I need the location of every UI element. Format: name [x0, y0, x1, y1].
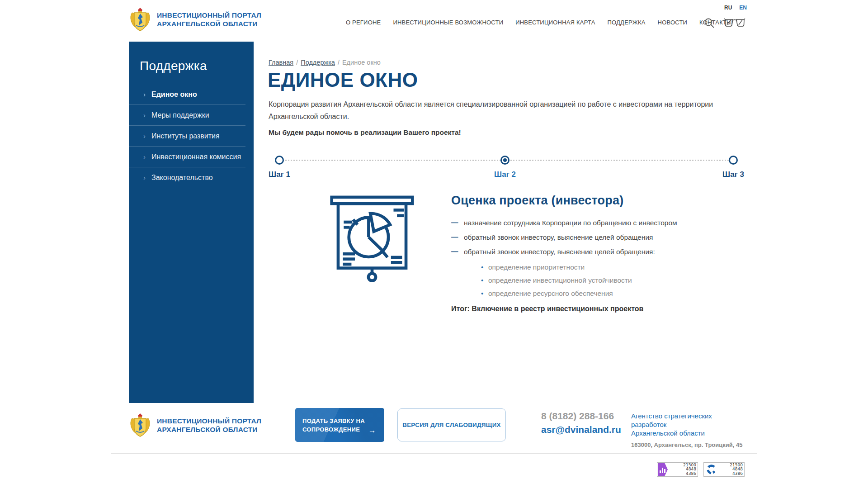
breadcrumb-section[interactable]: Поддержка — [301, 59, 335, 66]
glasses-icon[interactable] — [723, 17, 746, 28]
site-title: ИНВЕСТИЦИОННЫЙ ПОРТАЛ АРХАНГЕЛЬСКОЙ ОБЛА… — [157, 417, 261, 434]
apply-button-line2: СОПРОВОЖДЕНИЕ — [302, 425, 377, 434]
dash-marker: — — [451, 247, 458, 255]
apply-button-line1: ПОДАТЬ ЗАЯВКУ НА — [302, 417, 377, 425]
list-item: • определение ресурсного обеспечения — [481, 289, 632, 297]
footer-contacts: 8 (8182) 288-166 asr@dvinaland.ru — [541, 411, 621, 435]
page-title: ЕДИНОЕ ОКНО — [268, 69, 418, 91]
chevron-right-icon: › — [143, 126, 146, 147]
list-item-text: определение ресурсного обеспечения — [488, 289, 613, 297]
sputnik-counter[interactable]: 21500 4848 4386 — [703, 462, 745, 477]
sidebar-item-single-window[interactable]: › Единое окно — [129, 84, 245, 105]
chevron-right-icon: › — [143, 167, 146, 188]
phone-number: 8 (8182) 288-166 — [541, 411, 621, 422]
lang-ru[interactable]: RU — [724, 5, 732, 11]
coat-of-arms-icon — [129, 413, 151, 437]
dash-marker: — — [451, 218, 458, 226]
bullet-marker: • — [481, 263, 483, 271]
intro-bold-text: Мы будем рады помочь в реализации Вашего… — [269, 128, 461, 137]
lang-en[interactable]: EN — [739, 5, 747, 11]
step-3-circle[interactable] — [729, 156, 738, 165]
visitor-counters: 21500 4848 4386 21500 4848 4386 — [657, 462, 745, 477]
sidebar-item-support-measures[interactable]: › Меры поддержки — [129, 105, 245, 126]
list-item: — обратный звонок инвестору, выяснение ц… — [451, 248, 677, 256]
agency-link[interactable]: Агентство стратегических разработок Арха… — [631, 412, 749, 437]
chevron-right-icon: › — [143, 105, 146, 126]
sidebar-item-label: Меры поддержки — [151, 111, 209, 119]
accessibility-version-button[interactable]: ВЕРСИЯ ДЛЯ СЛАБОВИДЯЩИХ — [397, 408, 506, 441]
dash-list: — назначение сотрудника Корпорации по об… — [451, 219, 677, 262]
step-2-label: Шаг 2 — [494, 170, 516, 179]
nav-item-opportunities[interactable]: ИНВЕСТИЦИОННЫЕ ВОЗМОЖНОСТИ — [393, 19, 503, 26]
list-item-text: определение инвестиционной устойчивости — [488, 276, 632, 284]
sidebar-title: Поддержка — [129, 42, 254, 73]
intro-paragraph: Корпорация развития Архангельской област… — [269, 98, 755, 123]
page: ИНВЕСТИЦИОННЫЙ ПОРТАЛ АРХАНГЕЛЬСКОЙ ОБЛА… — [0, 0, 868, 479]
bullet-sublist: • определение приоритетности • определен… — [481, 263, 632, 303]
sidebar-support: Поддержка › Единое окно › Меры поддержки… — [129, 42, 254, 403]
nav-item-news[interactable]: НОВОСТИ — [658, 19, 688, 26]
site-logo-footer[interactable]: ИНВЕСТИЦИОННЫЙ ПОРТАЛ АРХАНГЕЛЬСКОЙ ОБЛА… — [129, 413, 261, 437]
site-title: ИНВЕСТИЦИОННЫЙ ПОРТАЛ АРХАНГЕЛЬСКОЙ ОБЛА… — [157, 11, 261, 28]
breadcrumb-home[interactable]: Главная — [269, 59, 293, 66]
apply-support-button[interactable]: ПОДАТЬ ЗАЯВКУ НА СОПРОВОЖДЕНИЕ → — [295, 408, 384, 442]
sidebar-item-label: Инвестиционная комиссия — [151, 153, 241, 161]
sputnik-c-icon — [706, 464, 717, 475]
arrow-right-icon: → — [368, 426, 376, 435]
language-switcher: RUEN — [724, 5, 754, 11]
nav-item-map[interactable]: ИНВЕСТИЦИОННАЯ КАРТА — [515, 19, 595, 26]
breadcrumb: Главная/Поддержка/Единое окно — [269, 59, 381, 66]
agency-address: 163000, Архангельск, пр. Троицкий, 45 — [631, 441, 749, 448]
list-item: — назначение сотрудника Корпорации по об… — [451, 219, 677, 227]
breadcrumb-separator: / — [338, 59, 340, 66]
list-item: — обратный звонок инвестору, выяснение ц… — [451, 233, 677, 241]
bullet-marker: • — [481, 276, 483, 284]
section-heading: Оценка проекта (инвестора) — [451, 194, 623, 208]
result-text: Итог: Включение в реестр инвестиционных … — [451, 305, 643, 313]
counter-values: 21500 4848 4386 — [668, 463, 698, 476]
email-link[interactable]: asr@dvinaland.ru — [541, 424, 621, 435]
chevron-right-icon: › — [143, 147, 146, 167]
sidebar-item-label: Институты развития — [151, 132, 220, 140]
list-item-text: обратный звонок инвестору, выяснение цел… — [464, 248, 655, 256]
sidebar-item-legislation[interactable]: › Законодательство — [129, 167, 245, 188]
breadcrumb-current: Единое окно — [342, 59, 381, 66]
coat-of-arms-icon — [129, 7, 151, 32]
sidebar-item-label: Единое окно — [151, 90, 197, 98]
step-2-circle-active[interactable] — [500, 156, 509, 165]
header: ИНВЕСТИЦИОННЫЙ ПОРТАЛ АРХАНГЕЛЬСКОЙ ОБЛА… — [0, 0, 868, 42]
footer-divider — [111, 453, 757, 454]
counter-values: 21500 4848 4386 — [717, 463, 744, 476]
presentation-pie-chart-icon — [329, 194, 415, 284]
step-1-label: Шаг 1 — [269, 170, 290, 179]
nav-item-support[interactable]: ПОДДЕРЖКА — [608, 19, 646, 26]
list-item-text: назначение сотрудника Корпорации по обра… — [464, 219, 677, 227]
step-1-circle[interactable] — [275, 156, 284, 165]
bar-chart-icon — [658, 463, 668, 476]
footer: ИНВЕСТИЦИОННЫЙ ПОРТАЛ АРХАНГЕЛЬСКОЙ ОБЛА… — [0, 403, 868, 479]
list-item-text: обратный звонок инвестору, выяснение цел… — [464, 233, 653, 241]
nav-item-region[interactable]: О РЕГИОНЕ — [346, 19, 381, 26]
sidebar-item-development-institutes[interactable]: › Институты развития — [129, 126, 245, 147]
sidebar-item-investment-commission[interactable]: › Инвестиционная комиссия — [129, 147, 245, 167]
list-item: • определение инвестиционной устойчивост… — [481, 276, 632, 284]
step-3-label: Шаг 3 — [722, 170, 744, 179]
dash-marker: — — [451, 233, 458, 241]
liveinternet-counter[interactable]: 21500 4848 4386 — [657, 462, 698, 477]
search-icon[interactable] — [703, 17, 715, 29]
chevron-right-icon: › — [143, 84, 146, 105]
main-nav: О РЕГИОНЕ ИНВЕСТИЦИОННЫЕ ВОЗМОЖНОСТИ ИНВ… — [346, 19, 732, 26]
steps-progress: Шаг 1 Шаг 2 Шаг 3 — [269, 149, 746, 182]
bullet-marker: • — [481, 289, 483, 297]
breadcrumb-separator: / — [296, 59, 298, 66]
site-logo-header[interactable]: ИНВЕСТИЦИОННЫЙ ПОРТАЛ АРХАНГЕЛЬСКОЙ ОБЛА… — [129, 7, 261, 32]
list-item-text: определение приоритетности — [488, 263, 585, 271]
sidebar-menu: › Единое окно › Меры поддержки › Институ… — [129, 84, 254, 188]
list-item: • определение приоритетности — [481, 263, 632, 271]
sidebar-item-label: Законодательство — [151, 174, 213, 181]
agency-block: Агентство стратегических разработок Арха… — [631, 412, 749, 448]
